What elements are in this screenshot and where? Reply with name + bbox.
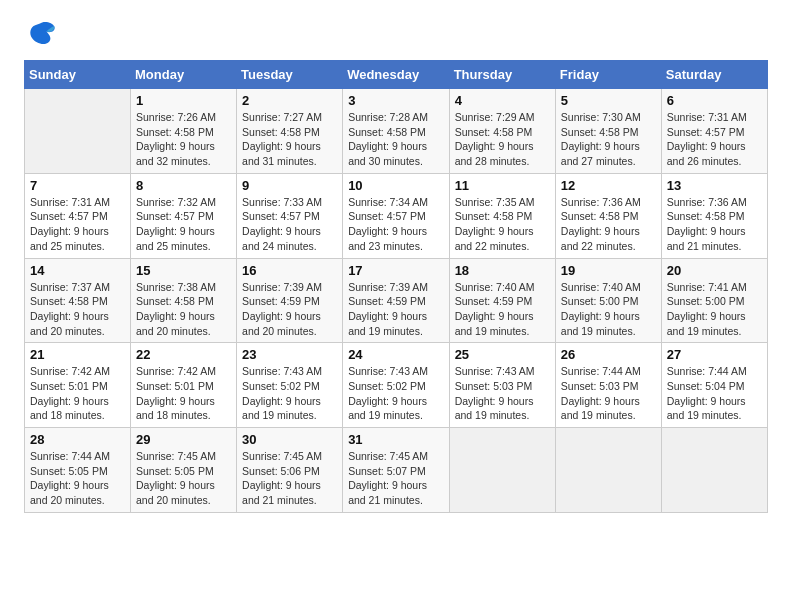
calendar-cell: 21Sunrise: 7:42 AM Sunset: 5:01 PM Dayli…	[25, 343, 131, 428]
calendar-cell: 5Sunrise: 7:30 AM Sunset: 4:58 PM Daylig…	[555, 89, 661, 174]
day-number: 17	[348, 263, 443, 278]
day-info: Sunrise: 7:45 AM Sunset: 5:06 PM Dayligh…	[242, 449, 337, 508]
day-info: Sunrise: 7:41 AM Sunset: 5:00 PM Dayligh…	[667, 280, 762, 339]
day-number: 18	[455, 263, 550, 278]
day-number: 7	[30, 178, 125, 193]
day-number: 24	[348, 347, 443, 362]
weekday-header-thursday: Thursday	[449, 61, 555, 89]
day-number: 21	[30, 347, 125, 362]
calendar-cell: 31Sunrise: 7:45 AM Sunset: 5:07 PM Dayli…	[343, 428, 449, 513]
day-info: Sunrise: 7:44 AM Sunset: 5:03 PM Dayligh…	[561, 364, 656, 423]
day-number: 10	[348, 178, 443, 193]
day-number: 20	[667, 263, 762, 278]
day-number: 19	[561, 263, 656, 278]
day-info: Sunrise: 7:36 AM Sunset: 4:58 PM Dayligh…	[667, 195, 762, 254]
calendar-cell: 4Sunrise: 7:29 AM Sunset: 4:58 PM Daylig…	[449, 89, 555, 174]
day-info: Sunrise: 7:39 AM Sunset: 4:59 PM Dayligh…	[348, 280, 443, 339]
calendar-cell: 10Sunrise: 7:34 AM Sunset: 4:57 PM Dayli…	[343, 173, 449, 258]
day-number: 25	[455, 347, 550, 362]
day-info: Sunrise: 7:29 AM Sunset: 4:58 PM Dayligh…	[455, 110, 550, 169]
day-number: 30	[242, 432, 337, 447]
day-number: 28	[30, 432, 125, 447]
calendar-cell: 9Sunrise: 7:33 AM Sunset: 4:57 PM Daylig…	[237, 173, 343, 258]
day-info: Sunrise: 7:38 AM Sunset: 4:58 PM Dayligh…	[136, 280, 231, 339]
calendar-cell: 3Sunrise: 7:28 AM Sunset: 4:58 PM Daylig…	[343, 89, 449, 174]
day-info: Sunrise: 7:32 AM Sunset: 4:57 PM Dayligh…	[136, 195, 231, 254]
day-info: Sunrise: 7:30 AM Sunset: 4:58 PM Dayligh…	[561, 110, 656, 169]
day-number: 6	[667, 93, 762, 108]
day-number: 2	[242, 93, 337, 108]
day-info: Sunrise: 7:42 AM Sunset: 5:01 PM Dayligh…	[136, 364, 231, 423]
week-row-3: 14Sunrise: 7:37 AM Sunset: 4:58 PM Dayli…	[25, 258, 768, 343]
day-info: Sunrise: 7:31 AM Sunset: 4:57 PM Dayligh…	[667, 110, 762, 169]
calendar-cell: 7Sunrise: 7:31 AM Sunset: 4:57 PM Daylig…	[25, 173, 131, 258]
day-info: Sunrise: 7:26 AM Sunset: 4:58 PM Dayligh…	[136, 110, 231, 169]
day-info: Sunrise: 7:43 AM Sunset: 5:02 PM Dayligh…	[348, 364, 443, 423]
day-info: Sunrise: 7:37 AM Sunset: 4:58 PM Dayligh…	[30, 280, 125, 339]
day-info: Sunrise: 7:31 AM Sunset: 4:57 PM Dayligh…	[30, 195, 125, 254]
calendar-cell: 23Sunrise: 7:43 AM Sunset: 5:02 PM Dayli…	[237, 343, 343, 428]
day-info: Sunrise: 7:44 AM Sunset: 5:04 PM Dayligh…	[667, 364, 762, 423]
day-info: Sunrise: 7:42 AM Sunset: 5:01 PM Dayligh…	[30, 364, 125, 423]
day-info: Sunrise: 7:45 AM Sunset: 5:07 PM Dayligh…	[348, 449, 443, 508]
calendar-table: SundayMondayTuesdayWednesdayThursdayFrid…	[24, 60, 768, 513]
day-number: 26	[561, 347, 656, 362]
calendar-cell: 2Sunrise: 7:27 AM Sunset: 4:58 PM Daylig…	[237, 89, 343, 174]
day-number: 3	[348, 93, 443, 108]
weekday-header-friday: Friday	[555, 61, 661, 89]
day-number: 11	[455, 178, 550, 193]
logo-bird-icon	[24, 20, 56, 48]
day-number: 5	[561, 93, 656, 108]
day-number: 14	[30, 263, 125, 278]
calendar-cell: 11Sunrise: 7:35 AM Sunset: 4:58 PM Dayli…	[449, 173, 555, 258]
day-number: 16	[242, 263, 337, 278]
calendar-header: SundayMondayTuesdayWednesdayThursdayFrid…	[25, 61, 768, 89]
day-info: Sunrise: 7:36 AM Sunset: 4:58 PM Dayligh…	[561, 195, 656, 254]
calendar-cell	[25, 89, 131, 174]
calendar-cell: 26Sunrise: 7:44 AM Sunset: 5:03 PM Dayli…	[555, 343, 661, 428]
header	[24, 20, 768, 48]
calendar-cell: 8Sunrise: 7:32 AM Sunset: 4:57 PM Daylig…	[131, 173, 237, 258]
calendar-cell: 29Sunrise: 7:45 AM Sunset: 5:05 PM Dayli…	[131, 428, 237, 513]
calendar-cell: 17Sunrise: 7:39 AM Sunset: 4:59 PM Dayli…	[343, 258, 449, 343]
week-row-4: 21Sunrise: 7:42 AM Sunset: 5:01 PM Dayli…	[25, 343, 768, 428]
day-number: 27	[667, 347, 762, 362]
day-number: 12	[561, 178, 656, 193]
calendar-cell: 20Sunrise: 7:41 AM Sunset: 5:00 PM Dayli…	[661, 258, 767, 343]
day-info: Sunrise: 7:33 AM Sunset: 4:57 PM Dayligh…	[242, 195, 337, 254]
day-info: Sunrise: 7:34 AM Sunset: 4:57 PM Dayligh…	[348, 195, 443, 254]
weekday-header-wednesday: Wednesday	[343, 61, 449, 89]
day-info: Sunrise: 7:44 AM Sunset: 5:05 PM Dayligh…	[30, 449, 125, 508]
day-info: Sunrise: 7:35 AM Sunset: 4:58 PM Dayligh…	[455, 195, 550, 254]
calendar-cell: 6Sunrise: 7:31 AM Sunset: 4:57 PM Daylig…	[661, 89, 767, 174]
day-number: 31	[348, 432, 443, 447]
calendar-cell: 22Sunrise: 7:42 AM Sunset: 5:01 PM Dayli…	[131, 343, 237, 428]
calendar-cell: 19Sunrise: 7:40 AM Sunset: 5:00 PM Dayli…	[555, 258, 661, 343]
calendar-cell	[661, 428, 767, 513]
calendar-cell: 12Sunrise: 7:36 AM Sunset: 4:58 PM Dayli…	[555, 173, 661, 258]
calendar-cell: 27Sunrise: 7:44 AM Sunset: 5:04 PM Dayli…	[661, 343, 767, 428]
logo	[24, 20, 60, 48]
calendar-cell: 30Sunrise: 7:45 AM Sunset: 5:06 PM Dayli…	[237, 428, 343, 513]
calendar-cell: 24Sunrise: 7:43 AM Sunset: 5:02 PM Dayli…	[343, 343, 449, 428]
day-info: Sunrise: 7:28 AM Sunset: 4:58 PM Dayligh…	[348, 110, 443, 169]
week-row-1: 1Sunrise: 7:26 AM Sunset: 4:58 PM Daylig…	[25, 89, 768, 174]
calendar-cell: 13Sunrise: 7:36 AM Sunset: 4:58 PM Dayli…	[661, 173, 767, 258]
day-info: Sunrise: 7:40 AM Sunset: 4:59 PM Dayligh…	[455, 280, 550, 339]
day-number: 29	[136, 432, 231, 447]
day-info: Sunrise: 7:27 AM Sunset: 4:58 PM Dayligh…	[242, 110, 337, 169]
calendar-cell: 14Sunrise: 7:37 AM Sunset: 4:58 PM Dayli…	[25, 258, 131, 343]
weekday-header-monday: Monday	[131, 61, 237, 89]
day-number: 13	[667, 178, 762, 193]
day-info: Sunrise: 7:40 AM Sunset: 5:00 PM Dayligh…	[561, 280, 656, 339]
day-number: 4	[455, 93, 550, 108]
day-number: 8	[136, 178, 231, 193]
calendar-cell: 16Sunrise: 7:39 AM Sunset: 4:59 PM Dayli…	[237, 258, 343, 343]
weekday-header-saturday: Saturday	[661, 61, 767, 89]
calendar-cell: 28Sunrise: 7:44 AM Sunset: 5:05 PM Dayli…	[25, 428, 131, 513]
weekday-header-sunday: Sunday	[25, 61, 131, 89]
day-info: Sunrise: 7:39 AM Sunset: 4:59 PM Dayligh…	[242, 280, 337, 339]
week-row-2: 7Sunrise: 7:31 AM Sunset: 4:57 PM Daylig…	[25, 173, 768, 258]
calendar-cell	[449, 428, 555, 513]
calendar-body: 1Sunrise: 7:26 AM Sunset: 4:58 PM Daylig…	[25, 89, 768, 513]
